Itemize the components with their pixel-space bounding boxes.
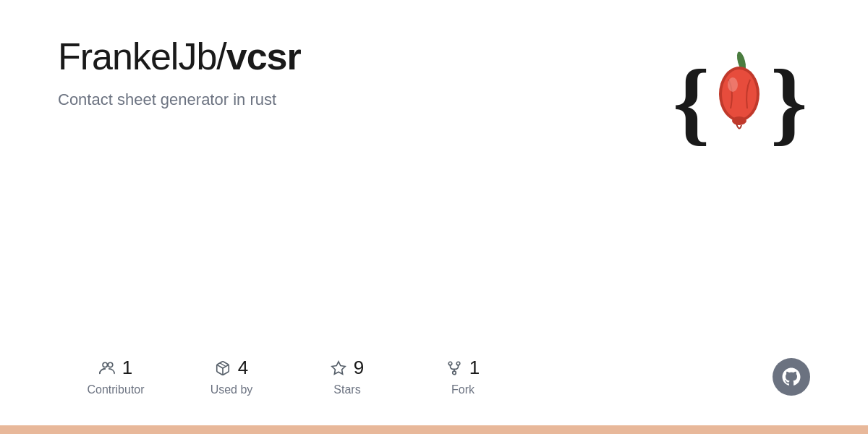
svg-point-7 (103, 362, 107, 367)
stat-forks[interactable]: 1 Fork (405, 357, 521, 396)
contributors-label: Contributor (87, 383, 144, 396)
svg-point-5 (732, 116, 746, 125)
stars-label: Stars (333, 383, 360, 396)
svg-point-6 (728, 77, 738, 92)
svg-point-14 (452, 371, 456, 375)
stat-forks-top: 1 (446, 357, 480, 379)
forks-count: 1 (469, 357, 480, 379)
svg-point-4 (722, 69, 757, 119)
svg-line-10 (220, 363, 226, 367)
github-icon[interactable] (773, 358, 810, 396)
stat-used-by-top: 4 (215, 357, 248, 379)
repo-logo: { } (665, 36, 810, 181)
fork-icon (446, 359, 462, 376)
stars-count: 9 (354, 357, 364, 379)
used-by-label: Used by (210, 383, 253, 396)
stat-stars-top: 9 (331, 357, 364, 379)
stat-contributors[interactable]: 1 Contributor (58, 357, 174, 396)
svg-point-13 (456, 362, 460, 365)
contributors-count: 1 (122, 357, 132, 379)
star-icon (331, 359, 346, 376)
repo-header: FrankelJb/vcsr Contact sheet generator i… (58, 36, 810, 181)
package-icon (215, 359, 231, 376)
stat-used-by[interactable]: 4 Used by (174, 357, 289, 396)
repo-owner: FrankelJb (58, 35, 216, 77)
bottom-bar (0, 425, 868, 434)
repo-title-block: FrankelJb/vcsr Contact sheet generator i… (58, 36, 301, 109)
svg-point-8 (108, 362, 112, 367)
logo-svg: { } (669, 40, 807, 177)
stat-stars[interactable]: 9 Stars (289, 357, 405, 396)
svg-text:{: { (673, 50, 710, 154)
repo-name: vcsr (226, 35, 301, 77)
stats-row: 1 Contributor 4 Used by (58, 342, 810, 396)
repo-description: Contact sheet generator in rust (58, 90, 301, 109)
repo-card: FrankelJb/vcsr Contact sheet generator i… (0, 0, 868, 425)
contributors-icon (99, 359, 115, 376)
repo-full-name: FrankelJb/vcsr (58, 36, 301, 77)
forks-label: Fork (451, 383, 475, 396)
svg-text:}: } (770, 50, 807, 154)
github-logo-svg (780, 366, 802, 388)
svg-marker-11 (332, 362, 345, 374)
used-by-count: 4 (238, 357, 248, 379)
stat-contributors-top: 1 (99, 357, 132, 379)
github-icon-wrap (773, 358, 810, 396)
svg-point-12 (448, 362, 452, 365)
